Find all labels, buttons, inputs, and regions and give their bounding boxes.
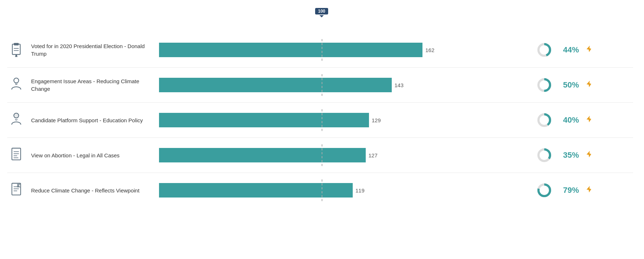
composition-pct-trump: 44% bbox=[557, 45, 579, 55]
dashed-line-climate bbox=[322, 74, 322, 96]
chart-col-education: 129 bbox=[159, 109, 506, 131]
pin-icon-climate[interactable] bbox=[584, 80, 593, 90]
data-row-viewpoint: Reduce Climate Change - Reflects Viewpoi… bbox=[7, 173, 633, 208]
svg-marker-27 bbox=[17, 184, 21, 187]
composition-pct-climate: 50% bbox=[557, 80, 579, 90]
insight-col-viewpoint: Reduce Climate Change - Reflects Viewpoi… bbox=[7, 181, 159, 199]
donut-trump bbox=[536, 42, 552, 58]
pin-icon-abortion[interactable] bbox=[584, 150, 593, 161]
data-row-trump: Voted for in 2020 Presidential Election … bbox=[7, 33, 633, 68]
dashed-line-trump bbox=[322, 39, 322, 61]
pin-icon-viewpoint[interactable] bbox=[584, 185, 593, 196]
composition-pct-abortion: 35% bbox=[557, 150, 579, 160]
donut-abortion bbox=[536, 147, 552, 163]
svg-point-13 bbox=[14, 113, 18, 118]
bar-value-climate: 143 bbox=[395, 82, 520, 88]
bar-value-abortion: 127 bbox=[369, 152, 520, 158]
insight-icon-climate bbox=[7, 76, 25, 94]
insight-label-climate: Engagement Issue Areas - Reducing Climat… bbox=[31, 77, 155, 93]
insight-col-education: Candidate Platform Support - Education P… bbox=[7, 111, 159, 129]
svg-point-9 bbox=[14, 78, 18, 83]
donut-viewpoint bbox=[536, 182, 552, 198]
main-container: 100 Voted for in 2020 Presidential Elect… bbox=[0, 0, 644, 215]
bar-education bbox=[159, 113, 369, 127]
insight-label-abortion: View on Abortion - Legal in All Cases bbox=[31, 152, 120, 159]
insight-col-trump: Voted for in 2020 Presidential Election … bbox=[7, 41, 159, 59]
bar-value-education: 129 bbox=[372, 117, 520, 123]
index-100-marker: 100 bbox=[315, 8, 328, 14]
composition-pct-education: 40% bbox=[557, 115, 579, 125]
insight-icon-trump bbox=[7, 41, 25, 59]
donut-education bbox=[536, 112, 552, 128]
dashed-line-viewpoint bbox=[322, 179, 322, 201]
bar-trump bbox=[159, 43, 422, 57]
insight-col-climate: Engagement Issue Areas - Reducing Climat… bbox=[7, 76, 159, 94]
composition-pct-viewpoint: 79% bbox=[557, 186, 579, 195]
dashed-line-education bbox=[322, 109, 322, 131]
bar-climate bbox=[159, 78, 392, 92]
chart-col-viewpoint: 119 bbox=[159, 179, 506, 201]
insight-label-education: Candidate Platform Support - Education P… bbox=[31, 116, 143, 124]
insight-label-viewpoint: Reduce Climate Change - Reflects Viewpoi… bbox=[31, 187, 139, 194]
pin-icon-education[interactable] bbox=[584, 115, 593, 126]
chart-col-trump: 162 bbox=[159, 39, 506, 61]
bar-abortion bbox=[159, 148, 366, 162]
insight-col-abortion: View on Abortion - Legal in All Cases bbox=[7, 146, 159, 164]
insight-label-trump: Voted for in 2020 Presidential Election … bbox=[31, 42, 155, 58]
chart-col-abortion: 127 bbox=[159, 144, 506, 166]
donut-climate bbox=[536, 77, 552, 93]
rows-container: Voted for in 2020 Presidential Election … bbox=[7, 33, 633, 208]
svg-rect-1 bbox=[14, 43, 18, 46]
bar-value-trump: 162 bbox=[425, 47, 520, 53]
bar-value-viewpoint: 119 bbox=[356, 187, 520, 194]
chart-col-climate: 143 bbox=[159, 74, 506, 96]
data-row-abortion: View on Abortion - Legal in All Cases 12… bbox=[7, 138, 633, 173]
pin-icon-trump[interactable] bbox=[584, 44, 593, 55]
dashed-line-abortion bbox=[322, 144, 322, 166]
insight-icon-abortion bbox=[7, 146, 25, 164]
insight-icon-viewpoint bbox=[7, 181, 25, 199]
insight-icon-education bbox=[7, 111, 25, 129]
data-row-climate: Engagement Issue Areas - Reducing Climat… bbox=[7, 68, 633, 103]
header-row: 100 bbox=[7, 7, 633, 33]
data-row-education: Candidate Platform Support - Education P… bbox=[7, 103, 633, 138]
svg-rect-0 bbox=[12, 44, 20, 55]
bar-viewpoint bbox=[159, 183, 353, 198]
